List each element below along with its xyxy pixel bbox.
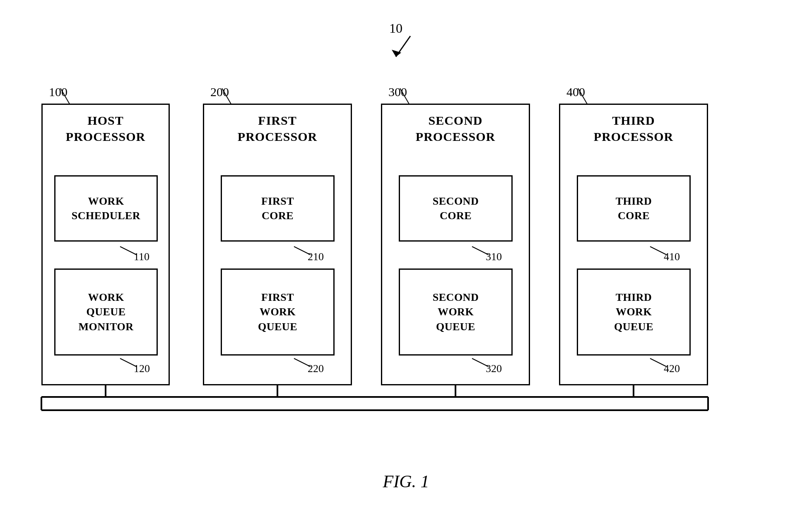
figure-caption: FIG. 1	[383, 472, 429, 491]
diagram: 10 100 HOSTPROCESSOR WORKSCHEDULER 110 W…	[0, 0, 812, 508]
bus-interconnect	[0, 0, 812, 508]
